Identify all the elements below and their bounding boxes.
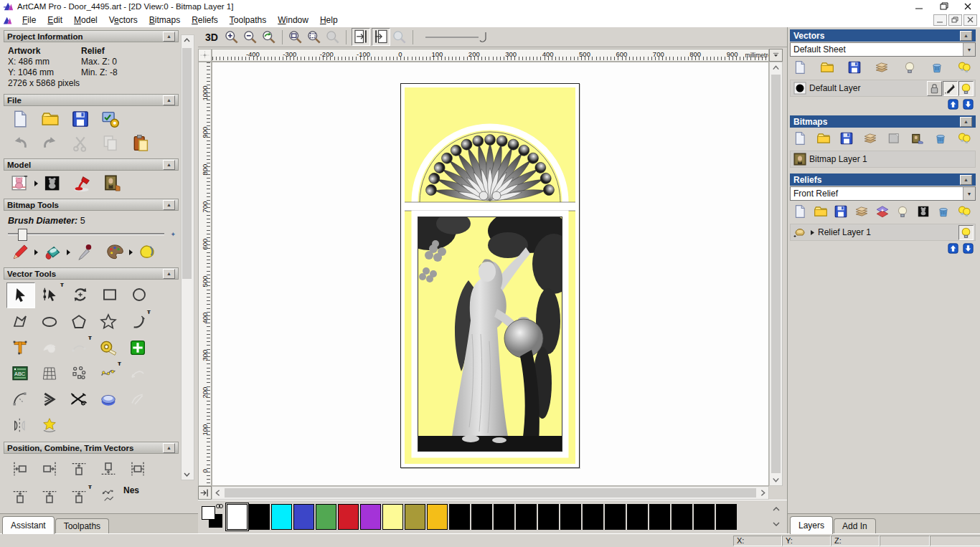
colour-swatch-11[interactable] (449, 504, 470, 530)
layer-visible-bulb-icon[interactable] (958, 225, 974, 240)
paste-text-panel-tool[interactable]: ABC (6, 361, 34, 386)
offset-vector-tool[interactable] (36, 387, 63, 412)
scrollbar-thumb[interactable] (225, 488, 756, 498)
vector-layer-row[interactable]: Default Layer (790, 80, 976, 97)
mdi-close-icon[interactable] (963, 14, 977, 26)
zoom-object-icon[interactable] (325, 29, 340, 44)
align-bottom-tool[interactable] (95, 457, 122, 481)
menu-reliefs[interactable]: Reliefs (186, 14, 224, 27)
collapse-button[interactable]: ▲ (960, 175, 972, 185)
colour-swatch-13[interactable] (494, 504, 514, 530)
cut-icon[interactable] (71, 134, 90, 153)
create-text-tool[interactable] (6, 336, 34, 360)
new-model-icon[interactable] (11, 110, 29, 128)
align-left-tool[interactable] (6, 457, 34, 481)
save-layer-icon[interactable] (839, 131, 854, 146)
create-ellipse-tool[interactable] (36, 310, 63, 334)
colour-swatch-23[interactable] (716, 504, 737, 530)
select-tool[interactable] (6, 282, 35, 308)
align-top-tool[interactable] (65, 457, 93, 481)
slider-thumb[interactable] (18, 229, 27, 241)
create-polyline-tool[interactable] (6, 310, 34, 334)
flyout-arrow-icon[interactable] (128, 249, 133, 256)
colour-swatch-14[interactable] (516, 504, 537, 530)
link-colours-icon[interactable] (215, 503, 224, 510)
greyscale-preview-icon[interactable] (392, 29, 407, 44)
colour-swatch-8[interactable] (382, 504, 403, 530)
fit-spline-tool[interactable]: Ŧ (95, 361, 122, 386)
block-copy-tool[interactable] (65, 361, 93, 386)
vector-sheet-select[interactable]: Default Sheet ▼ (790, 42, 976, 57)
drawing-canvas[interactable] (212, 62, 769, 486)
colour-swatch-2[interactable] (249, 504, 270, 530)
new-layer-icon[interactable] (793, 131, 807, 146)
bulb-grey-icon[interactable] (903, 60, 917, 75)
open-model-icon[interactable] (41, 110, 60, 128)
colour-swatch-22[interactable] (694, 504, 715, 530)
colour-swatch-6[interactable] (338, 504, 359, 530)
horizontal-scrollbar[interactable] (212, 486, 769, 500)
scroll-down-icon[interactable] (770, 474, 782, 485)
menu-window[interactable]: Window (272, 14, 314, 27)
delete-layer-icon[interactable] (930, 60, 944, 75)
scroll-up-icon[interactable] (182, 35, 192, 46)
ruler-origin-button[interactable] (198, 49, 212, 62)
tab-layers[interactable]: Layers (790, 516, 833, 534)
undo-icon[interactable] (11, 134, 29, 153)
transform-tool[interactable] (67, 282, 94, 307)
collapse-button[interactable]: ▲ (960, 31, 972, 41)
zoom-box-icon[interactable] (288, 29, 303, 44)
align-top-tool[interactable] (36, 485, 63, 509)
merge-layers-icon[interactable] (875, 60, 889, 75)
primary-secondary-colour-selector[interactable] (202, 505, 225, 531)
align-centre-tool[interactable] (124, 457, 151, 481)
create-polygon-tool[interactable] (65, 310, 93, 334)
colour-swatch-4[interactable] (293, 504, 314, 530)
model-properties-icon[interactable] (101, 110, 120, 128)
primary-colour[interactable] (202, 506, 215, 520)
block-paste-tool[interactable] (124, 336, 151, 360)
flyout-arrow-icon[interactable] (34, 249, 39, 256)
weld-vectors-tool[interactable] (95, 387, 122, 412)
colour-swatch-16[interactable] (560, 504, 581, 530)
minimize-icon[interactable] (907, 0, 931, 13)
all-visible-icon[interactable] (957, 60, 971, 75)
measure-tool[interactable] (95, 336, 122, 360)
layer-name[interactable]: Default Layer (809, 83, 926, 93)
vertical-scrollbar[interactable] (769, 62, 783, 486)
adjust-lighting-icon[interactable] (73, 174, 92, 193)
switch-3d-view-button[interactable]: 3D (205, 32, 218, 43)
node-editing-tool[interactable]: Ŧ (37, 282, 65, 307)
scatter-dots-tool[interactable] (95, 485, 122, 509)
collapse-button[interactable]: ▲ (960, 117, 972, 127)
collapse-button[interactable]: ▲ (163, 269, 175, 279)
paste-icon[interactable] (131, 134, 150, 153)
expand-icon[interactable] (809, 229, 816, 236)
ruler-units-dropdown[interactable] (769, 49, 783, 62)
create-circle-tool[interactable] (126, 282, 153, 307)
restore-icon[interactable] (931, 0, 956, 13)
set-model-size-icon[interactable] (11, 174, 29, 193)
mdi-minimize-icon[interactable] (933, 14, 947, 26)
colour-swatch-3[interactable] (271, 504, 292, 530)
align-top-tool[interactable]: Ŧ (65, 485, 93, 509)
new-layer-icon[interactable] (793, 60, 807, 75)
pick-colour-icon[interactable] (75, 243, 94, 262)
blank-layer-icon[interactable] (887, 131, 901, 146)
join-vectors-tool[interactable] (124, 361, 151, 386)
palette-scroll-up-icon[interactable] (771, 505, 781, 515)
zoom-out-icon[interactable] (242, 29, 258, 44)
menu-help[interactable]: Help (314, 14, 344, 27)
scroll-up-icon[interactable] (770, 62, 782, 74)
colour-palette-icon[interactable] (105, 243, 124, 262)
merge-layers-icon[interactable] (863, 131, 877, 146)
flyout-arrow-icon[interactable] (66, 249, 71, 256)
greyscale-layer-icon[interactable] (916, 204, 930, 219)
all-visible-icon[interactable] (957, 204, 971, 219)
move-layer-up-icon[interactable] (947, 243, 959, 254)
layer-name[interactable]: Bitmap Layer 1 (809, 154, 974, 164)
flyout-arrow-icon[interactable] (34, 180, 39, 187)
collapse-button[interactable]: ▲ (163, 32, 175, 42)
vector-doctor-tool[interactable] (36, 413, 63, 437)
all-visible-icon[interactable] (957, 131, 971, 146)
